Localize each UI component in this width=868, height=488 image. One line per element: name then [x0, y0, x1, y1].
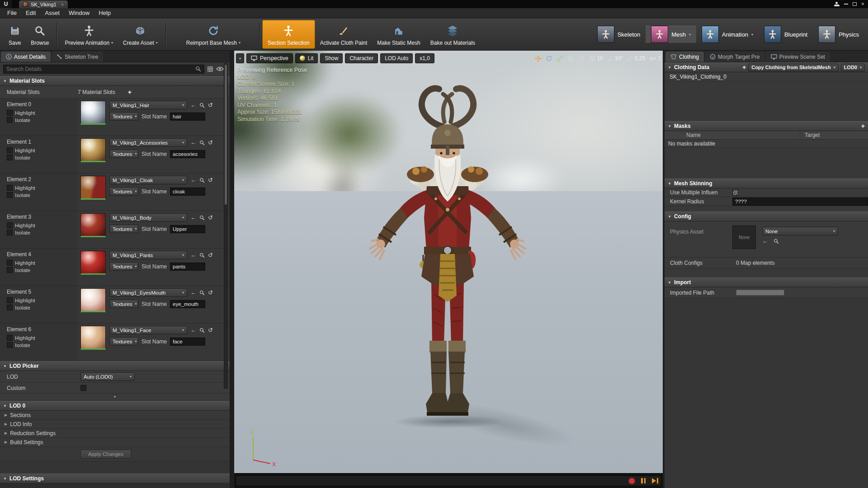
- imported-file-path-field[interactable]: [736, 290, 784, 296]
- material-thumbnail[interactable]: [80, 251, 106, 275]
- menu-edit[interactable]: Edit: [21, 9, 40, 16]
- isolate-checkbox[interactable]: [7, 230, 13, 235]
- playback-speed-button[interactable]: x1,0: [415, 53, 434, 63]
- material-thumbnail[interactable]: [80, 176, 106, 200]
- sections-row[interactable]: ▶Sections: [0, 411, 230, 420]
- tab-close-icon[interactable]: ×: [61, 2, 64, 7]
- highlight-checkbox[interactable]: [7, 185, 13, 191]
- material-thumbnail[interactable]: [80, 326, 106, 350]
- maximize-button[interactable]: [853, 2, 857, 6]
- menu-file[interactable]: File: [3, 9, 21, 16]
- reset-to-default-icon[interactable]: ↺: [208, 177, 213, 183]
- search-box[interactable]: [3, 65, 204, 74]
- document-tab[interactable]: SK_Viking1 ×: [19, 0, 68, 8]
- bake-out-materials-button[interactable]: Bake out Materials: [425, 20, 480, 49]
- reset-to-default-icon[interactable]: ↺: [208, 102, 213, 108]
- lod-settings-header[interactable]: ▼ LOD Settings: [0, 474, 230, 483]
- mode-blueprint[interactable]: Blueprint: [759, 26, 813, 43]
- textures-dropdown[interactable]: Textures▾: [109, 300, 138, 308]
- browse-to-asset-icon[interactable]: [199, 103, 205, 108]
- slot-name-input[interactable]: [170, 188, 205, 196]
- mode-skeleton[interactable]: Skeleton: [592, 26, 646, 43]
- reset-to-default-icon[interactable]: ↺: [208, 290, 213, 296]
- custom-checkbox[interactable]: [80, 385, 86, 391]
- save-button[interactable]: Save: [4, 20, 26, 49]
- show-menu-button[interactable]: Show: [320, 53, 343, 63]
- browse-to-asset-icon[interactable]: [199, 253, 205, 258]
- kernel-radius-input[interactable]: [732, 197, 868, 206]
- use-selected-asset-icon[interactable]: ←: [762, 238, 768, 244]
- isolate-checkbox[interactable]: [7, 305, 13, 310]
- panel-splitter[interactable]: [230, 51, 234, 488]
- timeline-scrub-track[interactable]: [236, 475, 661, 486]
- make-static-mesh-button[interactable]: Make Static Mesh: [372, 20, 425, 49]
- slot-name-input[interactable]: [170, 113, 205, 121]
- use-multiple-influence-checkbox[interactable]: [732, 190, 738, 196]
- isolate-checkbox[interactable]: [7, 155, 13, 160]
- reset-to-default-icon[interactable]: ↺: [208, 252, 213, 258]
- preview-viewport[interactable]: ▾ Perspective Lit Show Character LOD Aut…: [234, 51, 663, 488]
- add-mask-button[interactable]: +: [861, 123, 865, 129]
- scale-tool-icon[interactable]: [557, 55, 563, 62]
- step-forward-button[interactable]: [652, 478, 658, 483]
- add-clothing-data-button[interactable]: +: [742, 64, 746, 70]
- translate-tool-icon[interactable]: [535, 55, 542, 62]
- highlight-checkbox[interactable]: [7, 335, 13, 341]
- use-selected-asset-icon[interactable]: ←: [190, 177, 196, 183]
- use-selected-asset-icon[interactable]: ←: [190, 215, 196, 221]
- menu-asset[interactable]: Asset: [40, 9, 64, 16]
- textures-dropdown[interactable]: Textures▾: [109, 262, 138, 271]
- browse-to-asset-icon[interactable]: [199, 178, 205, 183]
- browse-to-asset-icon[interactable]: [199, 215, 205, 221]
- material-select[interactable]: M_Viking1_Cloak▾: [109, 176, 187, 184]
- tab-asset-details[interactable]: Asset Details: [1, 52, 51, 62]
- lod-auto-button[interactable]: LOD Auto: [380, 53, 413, 63]
- coordinate-system-icon[interactable]: [567, 55, 574, 62]
- character-menu-button[interactable]: Character: [345, 53, 378, 63]
- browse-to-asset-icon[interactable]: [199, 290, 205, 296]
- mode-animation[interactable]: Animation ▾: [696, 26, 759, 43]
- display-grid-button[interactable]: [207, 66, 213, 72]
- camera-speed-control[interactable]: 2: [649, 55, 661, 61]
- dropdown-arrow-icon[interactable]: ▾: [239, 41, 241, 45]
- isolate-checkbox[interactable]: [7, 117, 13, 123]
- reset-to-default-icon[interactable]: ↺: [208, 215, 213, 221]
- viewport-options-button[interactable]: ▾: [236, 53, 244, 63]
- physics-asset-thumbnail[interactable]: None: [732, 225, 756, 249]
- preview-animation-button[interactable]: Preview Animation▾: [60, 20, 118, 49]
- material-thumbnail[interactable]: [80, 213, 106, 237]
- tab-preview-scene-settings[interactable]: Preview Scene Set: [766, 52, 830, 62]
- slot-name-input[interactable]: [170, 150, 205, 158]
- textures-dropdown[interactable]: Textures▾: [109, 225, 138, 233]
- mode-mesh[interactable]: Mesh ▾: [646, 26, 696, 43]
- use-selected-asset-icon[interactable]: ←: [190, 140, 196, 145]
- use-selected-asset-icon[interactable]: ←: [190, 290, 196, 296]
- reset-to-default-icon[interactable]: ↺: [208, 327, 213, 333]
- rotate-tool-icon[interactable]: [546, 55, 552, 62]
- slot-name-input[interactable]: [170, 300, 205, 308]
- material-select[interactable]: M_Viking1_Face▾: [109, 326, 187, 334]
- dropdown-arrow-icon[interactable]: ▾: [751, 33, 753, 37]
- menu-window[interactable]: Window: [64, 9, 94, 16]
- slot-name-input[interactable]: [170, 338, 205, 346]
- material-thumbnail[interactable]: [80, 138, 106, 162]
- grid-snap-toggle[interactable]: 10: [589, 55, 603, 61]
- dropdown-arrow-icon[interactable]: ▾: [689, 33, 691, 37]
- browse-to-asset-icon[interactable]: [199, 140, 205, 145]
- tab-skeleton-tree[interactable]: Skeleton Tree: [52, 52, 103, 62]
- clothing-lod-dropdown[interactable]: LOD0▾: [841, 64, 865, 71]
- lod-picker-header[interactable]: ▼ LOD Picker: [0, 361, 230, 371]
- reset-to-default-icon[interactable]: ↺: [208, 140, 213, 145]
- lod0-header[interactable]: ▼ LOD 0: [0, 401, 230, 411]
- highlight-checkbox[interactable]: [7, 147, 13, 153]
- import-header[interactable]: ▼ Import: [665, 277, 868, 287]
- highlight-checkbox[interactable]: [7, 222, 13, 228]
- browse-to-asset-icon[interactable]: [199, 328, 205, 333]
- slot-name-input[interactable]: [170, 225, 205, 233]
- isolate-checkbox[interactable]: [7, 267, 13, 273]
- surface-snap-icon[interactable]: [578, 55, 585, 62]
- tab-morph-target-preview[interactable]: Morph Target Pre: [705, 52, 765, 62]
- material-select[interactable]: M_Viking1_Hair▾: [109, 101, 187, 109]
- clothing-data-item[interactable]: SK_Viking1_Clothing_0: [665, 72, 868, 81]
- search-input[interactable]: [6, 66, 193, 72]
